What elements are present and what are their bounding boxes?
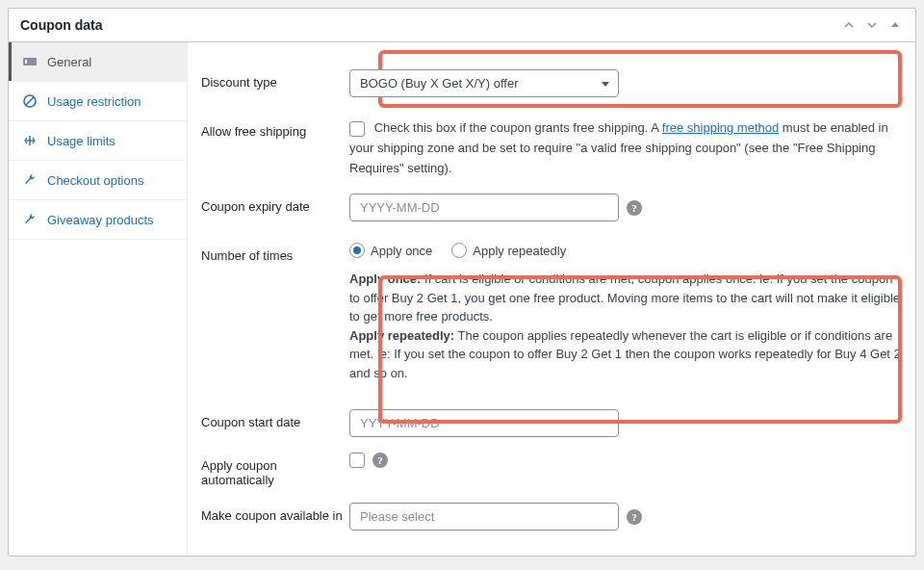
label-available-in: Make coupon available in xyxy=(201,503,349,523)
panel-body: General Usage restriction Usage limits C… xyxy=(9,42,915,556)
start-date-input[interactable] xyxy=(349,409,619,437)
apply-auto-checkbox[interactable] xyxy=(349,453,365,468)
tab-label: Usage restriction xyxy=(47,94,141,109)
svg-rect-1 xyxy=(25,60,27,64)
label-number-of-times: Number of times xyxy=(201,243,349,263)
tab-checkout-options[interactable]: Checkout options xyxy=(9,161,187,200)
tab-label: Checkout options xyxy=(47,173,143,188)
field-free-shipping: Allow free shipping Check this box if th… xyxy=(201,111,902,186)
field-start-date: Coupon start date xyxy=(201,390,902,445)
tab-giveaway-products[interactable]: Giveaway products xyxy=(9,200,187,240)
wrench-icon xyxy=(22,212,38,227)
field-number-of-times: Number of times Apply once Apply repeate… xyxy=(201,229,902,390)
free-shipping-checkbox[interactable] xyxy=(349,121,365,137)
ban-icon xyxy=(22,93,38,109)
apply-repeat-strong: Apply repeatedly: xyxy=(349,328,454,343)
panel-title: Coupon data xyxy=(20,17,103,33)
label-discount-type: Discount type xyxy=(201,69,349,90)
help-icon[interactable]: ? xyxy=(627,509,642,525)
toggle-panel-icon[interactable] xyxy=(886,16,904,34)
apply-once-radio[interactable] xyxy=(349,243,365,258)
apply-once-label: Apply once xyxy=(371,244,432,258)
free-shipping-method-link[interactable]: free shipping method xyxy=(662,120,779,135)
coupon-data-panel: Coupon data General xyxy=(8,8,916,557)
help-icon[interactable]: ? xyxy=(627,200,642,216)
apply-repeatedly-label: Apply repeatedly xyxy=(473,244,566,258)
field-apply-auto: Apply coupon automatically ? xyxy=(201,445,902,495)
move-up-icon[interactable] xyxy=(840,16,858,34)
field-expiry-date: Coupon expiry date ? xyxy=(201,186,902,229)
available-in-select[interactable] xyxy=(349,503,619,531)
apply-repeatedly-radio[interactable] xyxy=(451,243,467,258)
content-area: Discount type BOGO (Buy X Get X/Y) offer… xyxy=(188,42,915,556)
help-icon[interactable]: ? xyxy=(372,453,388,468)
apply-once-desc: If cart is eligible or conditions are me… xyxy=(349,272,900,324)
label-start-date: Coupon start date xyxy=(201,409,349,429)
field-discount-type: Discount type BOGO (Buy X Get X/Y) offer xyxy=(201,56,902,111)
expiry-date-input[interactable] xyxy=(349,194,619,221)
panel-controls xyxy=(840,16,904,34)
ticket-icon xyxy=(22,54,38,69)
limits-icon xyxy=(22,133,38,148)
tab-general[interactable]: General xyxy=(9,42,187,82)
tab-label: Giveaway products xyxy=(47,213,154,227)
label-apply-auto: Apply coupon automatically xyxy=(201,453,349,487)
panel-header: Coupon data xyxy=(9,9,915,42)
svg-line-3 xyxy=(26,97,34,105)
tab-label: General xyxy=(47,55,91,69)
wrench-icon xyxy=(22,172,38,188)
sidebar-tabs: General Usage restriction Usage limits C… xyxy=(9,42,188,556)
desc-text: Check this box if the coupon grants free… xyxy=(374,120,662,135)
tab-label: Usage limits xyxy=(47,134,116,148)
label-expiry-date: Coupon expiry date xyxy=(201,194,349,214)
discount-type-select[interactable]: BOGO (Buy X Get X/Y) offer xyxy=(349,69,619,97)
move-down-icon[interactable] xyxy=(863,16,881,34)
label-free-shipping: Allow free shipping xyxy=(201,118,349,139)
tab-usage-restriction[interactable]: Usage restriction xyxy=(9,82,187,121)
tab-usage-limits[interactable]: Usage limits xyxy=(9,121,187,161)
field-available-in: Make coupon available in ? xyxy=(201,495,902,538)
apply-once-strong: Apply once: xyxy=(349,272,421,286)
